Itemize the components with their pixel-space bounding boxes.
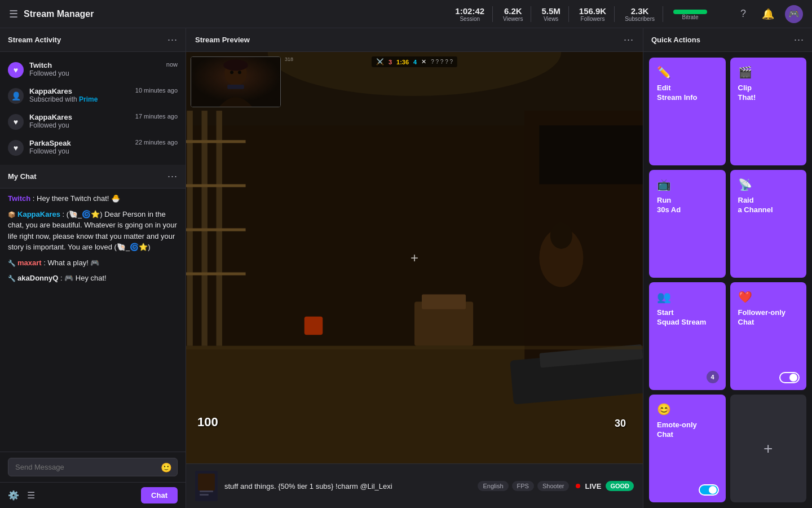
nav-icons: ? 🔔 🎮 <box>735 5 803 23</box>
clip-icon: 🎬 <box>738 65 799 79</box>
emote-only-chat-label: Emote-onlyChat <box>657 421 718 440</box>
list-item: ♥ Twitch Followed you now <box>0 56 186 82</box>
emote-toggle-switch[interactable] <box>699 484 719 496</box>
stream-activity-menu[interactable]: ··· <box>167 34 178 46</box>
my-chat-header: My Chat ··· <box>0 165 186 189</box>
stat-bitrate: Bitrate <box>665 7 715 20</box>
stream-video-area: ⚔️ 3 1:36 4 ✕ ? ? ? ? ? 100 + 30 <box>186 52 643 463</box>
help-icon[interactable]: ? <box>735 6 751 22</box>
live-text: LIVE <box>585 482 601 491</box>
emoji-button[interactable]: 🙂 <box>161 462 172 472</box>
webcam-feed <box>191 57 280 107</box>
chat-messages: Twitch : Hey there Twitch chat! 🐣 📦 Kapp… <box>0 189 186 452</box>
svg-point-27 <box>223 60 248 71</box>
score-left: 3 <box>389 59 392 65</box>
game-scene: ⚔️ 3 1:36 4 ✕ ? ? ? ? ? 100 + 30 <box>186 52 643 463</box>
follower-only-chat-card[interactable]: ❤️ Follower-onlyChat <box>730 282 807 390</box>
raid-channel-card[interactable]: 📡 Raida Channel <box>730 170 807 278</box>
activity-name: KappaKares <box>29 87 130 95</box>
emote-icon: 😊 <box>657 402 718 416</box>
svg-point-26 <box>238 71 241 74</box>
list-icon[interactable]: ☰ <box>27 490 35 501</box>
map-label: 318 <box>285 56 293 62</box>
right-panel: Quick Actions ··· ✏️ EditStream Info 🎬 C… <box>643 28 812 508</box>
tag-shooter[interactable]: Shooter <box>537 481 570 491</box>
stream-activity-title: Stream Activity <box>8 36 61 44</box>
crosshair: + <box>411 251 418 265</box>
quality-badge: GOOD <box>606 481 634 491</box>
tag-english[interactable]: English <box>478 481 508 491</box>
chat-bottom-bar: ⚙️ ☰ Chat <box>0 482 186 508</box>
stat-viewers: 6.2K Viewers <box>495 6 531 22</box>
stat-session: 1:02:42 Session <box>447 6 493 22</box>
quick-actions-header: Quick Actions ··· <box>643 28 812 52</box>
raid-icon: 📡 <box>738 178 799 191</box>
edit-stream-info-card[interactable]: ✏️ EditStream Info <box>649 58 726 165</box>
bottom-icons: ⚙️ ☰ <box>8 490 35 501</box>
app-logo[interactable]: ☰ Stream Manager <box>9 8 94 20</box>
user-activity-icon: ♥ <box>8 114 24 130</box>
health-display: 100 <box>197 415 218 430</box>
raid-channel-label: Raida Channel <box>738 196 799 215</box>
notifications-icon[interactable]: 🔔 <box>760 6 776 22</box>
activity-info: Twitch Followed you <box>29 61 161 77</box>
stats-bar: 1:02:42 Session 6.2K Viewers 5.5M Views … <box>447 6 715 22</box>
svg-rect-12 <box>539 125 643 184</box>
run-ad-card[interactable]: 📺 Run30s Ad <box>649 170 726 278</box>
start-squad-stream-card[interactable]: 👥 StartSquad Stream 4 <box>649 282 726 390</box>
follower-toggle-switch[interactable] <box>779 372 800 383</box>
chat-username[interactable]: akaDonnyQ <box>17 274 58 282</box>
svg-rect-7 <box>186 140 246 143</box>
chat-username[interactable]: KappaKares <box>17 210 60 218</box>
menu-icon[interactable]: ☰ <box>9 8 18 20</box>
chat-input-area: 🙂 <box>0 452 186 482</box>
activity-desc: Followed you <box>29 147 130 155</box>
live-indicator: LIVE GOOD <box>576 481 634 491</box>
my-chat-menu[interactable]: ··· <box>167 170 178 182</box>
user-avatar[interactable]: 🎮 <box>785 5 803 23</box>
activity-name: ParkaSpeak <box>29 139 130 147</box>
chat-section: My Chat ··· Twitch : Hey there Twitch ch… <box>0 165 186 508</box>
settings-icon[interactable]: ⚙️ <box>8 490 19 501</box>
start-squad-stream-label: StartSquad Stream <box>657 308 718 327</box>
add-action-card[interactable]: + <box>730 395 807 502</box>
follower-icon: ❤️ <box>738 290 799 304</box>
toggle-knob <box>789 374 797 382</box>
emote-toggle[interactable] <box>699 484 719 496</box>
activity-info: KappaKares Followed you <box>29 113 130 129</box>
stream-activity-header: Stream Activity ··· <box>0 28 186 52</box>
stream-tags: English FPS Shooter <box>478 481 569 491</box>
svg-rect-32 <box>200 494 209 496</box>
stream-preview-title: Stream Preview <box>195 36 250 44</box>
svg-rect-28 <box>227 85 244 89</box>
app-title: Stream Manager <box>24 9 94 19</box>
stream-game-title: stuff and things. {50% tier 1 subs} !cha… <box>224 482 471 491</box>
chat-username[interactable]: maxart <box>17 259 42 267</box>
activity-name: Twitch <box>29 61 161 69</box>
stream-preview-menu[interactable]: ··· <box>624 34 634 46</box>
activity-desc: Followed you <box>29 121 130 129</box>
center-panel: Stream Preview ··· <box>186 28 643 508</box>
quick-actions-menu[interactable]: ··· <box>794 34 804 46</box>
emote-only-chat-card[interactable]: 😊 Emote-onlyChat <box>649 395 726 502</box>
list-item: 🔧 akaDonnyQ : 🎮 Hey chat! <box>8 273 178 284</box>
svg-rect-9 <box>186 228 246 231</box>
webcam-overlay <box>191 56 281 107</box>
quick-actions-title: Quick Actions <box>651 36 700 44</box>
follower-toggle[interactable] <box>779 372 800 383</box>
svg-rect-21 <box>304 317 323 335</box>
chat-input-wrapper: 🙂 <box>8 458 178 476</box>
clip-that-card[interactable]: 🎬 ClipThat! <box>730 58 807 165</box>
chat-button[interactable]: Chat <box>141 487 178 503</box>
send-message-input[interactable] <box>8 458 178 476</box>
chat-username[interactable]: Twitch <box>8 194 30 203</box>
stat-followers: 156.9K Followers <box>571 6 615 22</box>
chat-text: : What a play! 🎮 <box>43 259 99 267</box>
stat-views: 5.5M Views <box>533 6 568 22</box>
squad-icon: 👥 <box>657 290 718 304</box>
list-item: Twitch : Hey there Twitch chat! 🐣 <box>8 193 178 204</box>
my-chat-title: My Chat <box>8 172 37 181</box>
game-thumbnail <box>195 471 218 501</box>
tag-fps[interactable]: FPS <box>512 481 534 491</box>
list-item: 🔧 maxart : What a play! 🎮 <box>8 257 178 269</box>
